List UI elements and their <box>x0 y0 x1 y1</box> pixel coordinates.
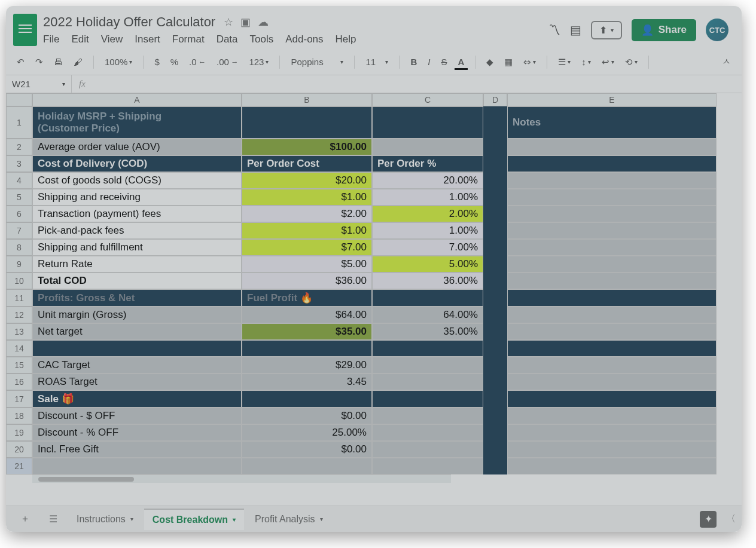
print-icon[interactable]: 🖶 <box>50 56 66 68</box>
cell[interactable]: Holiday MSRP + Shipping(Customer Price) <box>32 106 242 139</box>
menu-data[interactable]: Data <box>217 33 238 45</box>
star-icon[interactable]: ☆ <box>224 16 233 29</box>
comment-icon[interactable]: ▤ <box>570 23 581 37</box>
decrease-decimal-icon[interactable]: .0← <box>185 56 209 68</box>
present-button[interactable]: ⬆ ▾ <box>591 21 622 39</box>
wrap-icon[interactable]: ↩ ▾ <box>598 56 618 69</box>
sheet-tabs: ＋ ☰ Instructions ▾ Cost Breakdown ▾ Prof… <box>6 506 742 532</box>
name-box[interactable]: W21▾ <box>6 75 72 93</box>
menu-edit[interactable]: Edit <box>71 33 89 45</box>
cloud-icon[interactable]: ☁ <box>258 16 269 29</box>
horizontal-scrollbar[interactable] <box>32 474 451 483</box>
redo-icon[interactable]: ↷ <box>32 56 47 69</box>
increase-decimal-icon[interactable]: .00→ <box>213 56 242 68</box>
tab-profit-analysis[interactable]: Profit Analysis ▾ <box>246 509 331 529</box>
merge-icon[interactable]: ⇔ ▾ <box>520 56 539 69</box>
zoom-select[interactable]: 100% ▾ <box>101 56 136 68</box>
explore-icon[interactable]: ✦ <box>700 511 717 528</box>
v-align-icon[interactable]: ↕ ▾ <box>578 56 595 68</box>
toolbar: ↶ ↷ 🖶 🖌 100% ▾ $ % .0← .00→ 123▾ Poppins… <box>6 49 742 75</box>
move-icon[interactable]: ▣ <box>240 16 251 29</box>
menu-insert[interactable]: Insert <box>135 33 160 45</box>
tab-cost-breakdown[interactable]: Cost Breakdown ▾ <box>144 509 244 530</box>
font-select[interactable]: Poppins ▾ <box>287 56 347 68</box>
fx-icon: fx <box>72 79 93 89</box>
fill-color-icon[interactable]: ◆ <box>483 56 497 69</box>
menu-view[interactable]: View <box>101 33 123 45</box>
col-header-D[interactable]: D <box>483 93 507 106</box>
spreadsheet-grid[interactable]: A B C D E 1 Holiday MSRP + Shipping(Cust… <box>6 93 742 474</box>
menu-help[interactable]: Help <box>336 33 356 45</box>
font-size-select[interactable]: 11 ▾ <box>362 56 392 68</box>
currency-icon[interactable]: $ <box>151 56 163 68</box>
menu-format[interactable]: Format <box>172 33 205 45</box>
account-avatar[interactable]: CTC <box>706 19 728 41</box>
menu-bar: File Edit View Insert Format Data Tools … <box>43 33 548 45</box>
col-header-E[interactable]: E <box>507 93 717 106</box>
document-title[interactable]: 2022 Holiday Offer Calculator <box>43 14 215 30</box>
chevron-left-icon[interactable]: 〈 <box>726 513 736 525</box>
activity-icon[interactable]: 〽 <box>548 23 560 37</box>
cell[interactable]: Notes <box>507 106 717 139</box>
more-toolbar-icon[interactable]: ㅅ <box>718 55 734 69</box>
col-header-A[interactable]: A <box>32 93 242 106</box>
select-all-corner[interactable] <box>6 93 32 106</box>
add-sheet-icon[interactable]: ＋ <box>12 508 38 530</box>
sheets-logo-icon[interactable] <box>13 14 37 46</box>
number-format-select[interactable]: 123▾ <box>245 56 272 68</box>
percent-icon[interactable]: % <box>167 56 182 68</box>
h-align-icon[interactable]: ☰ ▾ <box>554 56 574 69</box>
bold-icon[interactable]: B <box>407 56 420 68</box>
share-button[interactable]: 👤Share <box>632 19 696 41</box>
italic-icon[interactable]: I <box>424 56 434 68</box>
paint-format-icon[interactable]: 🖌 <box>70 56 86 68</box>
menu-addons[interactable]: Add-ons <box>285 33 323 45</box>
all-sheets-icon[interactable]: ☰ <box>41 509 66 529</box>
undo-icon[interactable]: ↶ <box>13 56 28 69</box>
menu-file[interactable]: File <box>43 33 59 45</box>
tab-instructions[interactable]: Instructions ▾ <box>68 509 142 529</box>
text-color-icon[interactable]: A <box>455 56 468 68</box>
rotate-icon[interactable]: ⟲ ▾ <box>621 56 641 69</box>
strike-icon[interactable]: S <box>437 56 450 68</box>
menu-tools[interactable]: Tools <box>250 33 274 45</box>
row-header[interactable]: 1 <box>6 106 32 139</box>
col-header-B[interactable]: B <box>242 93 372 106</box>
lock-icon: 👤 <box>641 24 654 36</box>
borders-icon[interactable]: ▦ <box>501 56 516 69</box>
col-header-C[interactable]: C <box>372 93 483 106</box>
